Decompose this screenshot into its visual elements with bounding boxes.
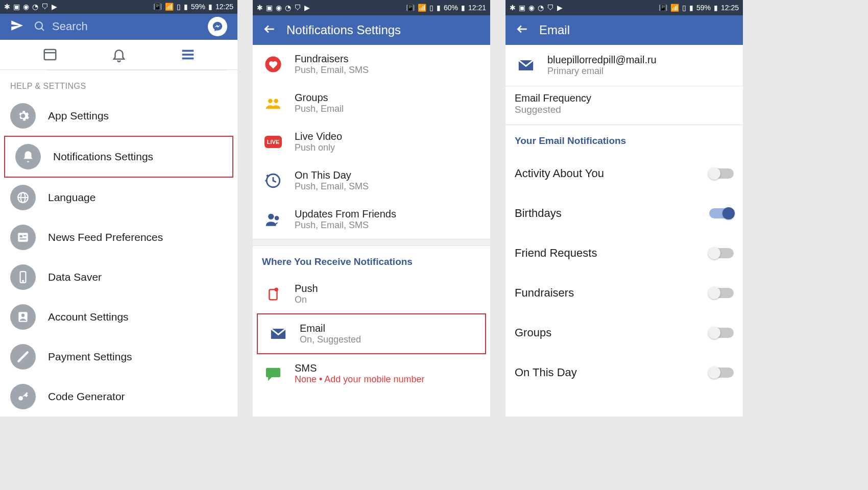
tab-bar (0, 40, 237, 70)
battery-icon: ▮ (461, 4, 465, 12)
notif-title: Fundraisers (295, 53, 369, 65)
account-icon (10, 304, 36, 330)
search-button[interactable]: Search (34, 20, 198, 33)
back-button[interactable] (263, 22, 276, 38)
image-icon: ▣ (13, 3, 20, 11)
bell-icon (15, 144, 41, 169)
toggle-switch[interactable] (709, 208, 734, 218)
signal-icon: ▮ (689, 4, 693, 12)
notif-sub: Push, Email, SMS (295, 65, 369, 76)
toggle-row-friend-requests[interactable]: Friend Requests (505, 233, 743, 273)
channel-item-sms[interactable]: SMS None • Add your mobile number (253, 354, 490, 393)
menu-label: Language (48, 191, 95, 204)
send-icon[interactable] (10, 19, 23, 34)
toggle-switch[interactable] (709, 248, 734, 258)
channel-item-email[interactable]: Email On, Suggested (257, 313, 486, 354)
menu-label: Payment Settings (48, 351, 132, 363)
toggle-row-birthdays[interactable]: Birthdays (505, 193, 743, 233)
notif-list: Fundraisers Push, Email, SMS Groups Push… (253, 45, 490, 239)
shield-icon: ⛉ (41, 3, 49, 11)
menu-item-payment[interactable]: Payment Settings (0, 337, 237, 377)
clock-text: 12:25 (215, 3, 233, 11)
notif-item-friends[interactable]: Updates From Friends Push, Email, SMS (253, 200, 490, 239)
svg-rect-11 (20, 235, 22, 237)
email-address: bluepillorredpill@mail.ru (547, 54, 657, 66)
menu-item-globe[interactable]: Language (0, 178, 237, 217)
menu-item-phone[interactable]: Data Saver (0, 257, 237, 297)
clock-icon (263, 170, 283, 191)
notif-sub: Push only (295, 142, 342, 153)
notif-item-clock[interactable]: On This Day Push, Email, SMS (253, 161, 490, 200)
screen-email-settings: ✱ ▣ ◉ ◔ ⛉ ▶ 📳 📶 ▯ ▮ 59% ▮ 12:25 Email bl… (505, 0, 743, 416)
tab-notifications[interactable] (110, 46, 128, 63)
toggle-row-groups[interactable]: Groups (505, 313, 743, 353)
fb-header: Notifications Settings (253, 15, 490, 45)
divider (253, 239, 490, 246)
notif-item-heart[interactable]: Fundraisers Push, Email, SMS (253, 45, 490, 84)
wifi-icon: 📶 (670, 4, 679, 12)
status-right: 📳 📶 ▯ ▮ 59% ▮ 12:25 (153, 3, 233, 11)
messenger-button[interactable] (208, 17, 227, 36)
toggle-label: Fundraisers (515, 286, 574, 300)
toggle-row-fundraisers[interactable]: Fundraisers (505, 273, 743, 313)
status-bar: ✱ ▣ ◉ ◔ ⛉ ▶ 📳 📶 ▯ ▮ 60% ▮ 12:21 (253, 0, 490, 15)
battery-icon: ▮ (208, 3, 212, 11)
back-button[interactable] (516, 22, 529, 38)
toggle-switch[interactable] (709, 168, 734, 179)
menu-label: News Feed Preferences (48, 231, 163, 243)
menu-item-bell[interactable]: Notifications Settings (4, 136, 233, 178)
svg-point-18 (18, 396, 23, 401)
toggle-row-activity-about-you[interactable]: Activity About You (505, 154, 743, 193)
menu-item-gear[interactable]: App Settings (0, 96, 237, 136)
hash-icon: ✱ (257, 4, 263, 12)
email-label: Primary email (547, 66, 657, 77)
channel-item-push[interactable]: Push On (253, 275, 490, 313)
section-title: HELP & SETTINGS (0, 70, 237, 96)
page-title: Email (539, 23, 570, 37)
email-icon (268, 324, 288, 344)
shield-icon: ⛉ (547, 4, 554, 12)
notif-title: Groups (295, 92, 344, 104)
svg-point-29 (275, 288, 279, 292)
status-left-icons: ✱ ▣ ◉ ◔ ⛉ ▶ (257, 4, 310, 12)
arrow-left-icon (263, 22, 276, 36)
wifi-icon: 📶 (165, 3, 174, 11)
search-placeholder: Search (52, 20, 88, 33)
arrow-left-icon (516, 22, 529, 36)
hash-icon: ✱ (4, 3, 10, 11)
channel-title: Push (295, 283, 318, 295)
svg-rect-10 (18, 233, 28, 241)
email-frequency-row[interactable]: Email Frequency Suggested (505, 86, 743, 125)
toggle-switch[interactable] (709, 328, 734, 338)
channel-sub: None • Add your mobile number (295, 374, 424, 385)
gear-icon (10, 103, 36, 129)
menu-label: Data Saver (48, 271, 102, 283)
tab-feed[interactable] (41, 46, 59, 63)
status-right: 📳 📶 ▯ ▮ 59% ▮ 12:25 (659, 4, 739, 12)
menu-item-key[interactable]: Code Generator (0, 377, 237, 416)
menu-item-feed[interactable]: News Feed Preferences (0, 217, 237, 257)
svg-rect-2 (44, 50, 56, 60)
menu-item-account[interactable]: Account Settings (0, 297, 237, 337)
payment-icon (10, 344, 36, 370)
svg-point-21 (268, 99, 273, 104)
notif-item-live[interactable]: LIVE Live Video Push only (253, 122, 490, 161)
primary-email-row[interactable]: bluepillorredpill@mail.ru Primary email (505, 45, 743, 86)
menu-label: Notifications Settings (53, 151, 153, 163)
globe-icon (10, 185, 36, 210)
toggle-list: Activity About You Birthdays Friend Requ… (505, 154, 743, 393)
tab-menu[interactable] (179, 46, 197, 63)
feed-icon (10, 225, 36, 250)
toggle-label: Birthdays (515, 207, 562, 220)
fb-header: Search (0, 14, 237, 40)
toggle-row-on-this-day[interactable]: On This Day (505, 353, 743, 393)
channel-sub: On (295, 295, 318, 305)
circle-icon: ◉ (276, 4, 282, 12)
frequency-title: Email Frequency (515, 92, 734, 104)
toggle-switch[interactable] (709, 288, 734, 298)
hash-icon: ✱ (510, 4, 516, 12)
section-header: Where You Receive Notifications (253, 246, 490, 275)
image-icon: ▣ (519, 4, 525, 12)
toggle-switch[interactable] (709, 368, 734, 378)
notif-item-groups[interactable]: Groups Push, Email (253, 84, 490, 122)
